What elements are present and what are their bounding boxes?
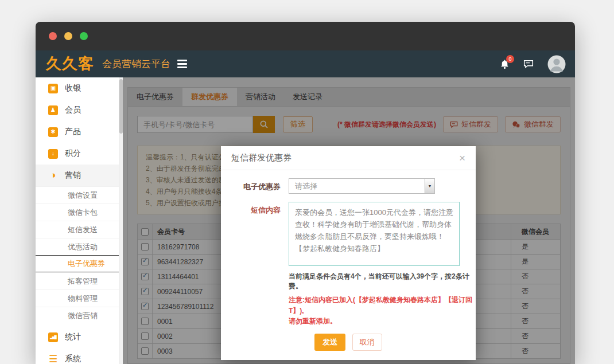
- coupon-select-value: 请选择: [289, 179, 425, 193]
- sidebar-item-label: 营销: [65, 170, 81, 181]
- user-avatar[interactable]: [547, 55, 566, 73]
- sidebar: ▣ 收银 ♟ 会员 ✱ 产品 ↓ 积分 ◑ 营销: [36, 77, 119, 364]
- sidebar-subitem-material-management[interactable]: 物料管理: [36, 289, 119, 307]
- sidebar-item-points[interactable]: ↓ 积分: [36, 143, 119, 165]
- sidebar-item-label: 系统: [65, 354, 81, 364]
- sms-warning-line2: 请勿重新添加。: [289, 316, 476, 327]
- sidebar-item-cashier[interactable]: ▣ 收银: [36, 77, 119, 99]
- sms-content-row: 短信内容 亲爱的会员，送您一张1000元代金券，请您注意查收！科学健身有助于增强…: [221, 202, 476, 266]
- desktop: 久久客 会员营销云平台 0: [0, 0, 614, 364]
- member-icon: ♟: [48, 105, 58, 115]
- menu-toggle-icon[interactable]: [177, 60, 187, 68]
- sms-content-textarea[interactable]: 亲爱的会员，送您一张1000元代金券，请您注意查收！科学健身有助于增强基础代谢，…: [289, 202, 460, 266]
- sidebar-item-system[interactable]: ☰ 系统: [36, 348, 119, 364]
- header-actions: 0: [500, 55, 566, 73]
- window-minimize-button[interactable]: [64, 32, 72, 40]
- modal-header: 短信群发优惠券 ×: [221, 146, 476, 170]
- sms-count-note: 当前满足条件会员有4个，当前还可以输入39个字，按2条计费。: [289, 272, 476, 291]
- subitem-label: 物料管理: [68, 293, 98, 304]
- subitem-label: 微信卡包: [68, 208, 98, 218]
- modal-helper-text: 当前满足条件会员有4个，当前还可以输入39个字，按2条计费。 注意:短信内容已加…: [289, 272, 476, 327]
- modal-title: 短信群发优惠券: [231, 152, 292, 163]
- sidebar-subitem-sms-send[interactable]: 短信发送: [36, 221, 119, 238]
- sms-coupon-modal: 短信群发优惠券 × 电子优惠券 请选择 ▼ 短信内容 亲爱的会员，送您一张100…: [221, 146, 476, 360]
- marketing-submenu: 微信设置 微信卡包 短信发送 优惠活动 电子优惠券 拓客管理 物料管理 微信营销: [36, 186, 119, 324]
- subitem-label: 微信设置: [68, 190, 98, 201]
- subitem-label: 优惠活动: [68, 242, 98, 252]
- notifications-button[interactable]: 0: [500, 59, 510, 69]
- window-zoom-button[interactable]: [80, 32, 88, 40]
- sidebar-item-products[interactable]: ✱ 产品: [36, 121, 119, 143]
- brand-logo[interactable]: 久久客: [46, 56, 94, 72]
- product-icon: ✱: [48, 127, 58, 137]
- window-close-button[interactable]: [49, 32, 57, 40]
- messages-button[interactable]: [523, 60, 534, 69]
- coupon-select[interactable]: 请选择 ▼: [289, 178, 435, 194]
- sidebar-item-label: 收银: [65, 83, 81, 93]
- sms-content-label: 短信内容: [221, 202, 281, 266]
- chat-icon: [523, 60, 534, 69]
- sidebar-item-label: 积分: [65, 148, 81, 159]
- marketing-drop-icon: ◑: [48, 171, 58, 181]
- sidebar-item-statistics[interactable]: ▂▅█ 统计: [36, 326, 119, 348]
- sidebar-subitem-wechat-cardpack[interactable]: 微信卡包: [36, 203, 119, 221]
- coupon-select-label: 电子优惠券: [221, 178, 281, 194]
- sidebar-subitem-wechat-marketing[interactable]: 微信营销: [36, 307, 119, 324]
- app-window: 久久客 会员营销云平台 0: [36, 22, 575, 364]
- notification-badge: 0: [506, 55, 514, 63]
- sidebar-subitem-promo-activity[interactable]: 优惠活动: [36, 238, 119, 255]
- modal-buttons: 发送 取消: [221, 334, 476, 360]
- avatar-icon: [547, 55, 566, 73]
- coupon-select-row: 电子优惠券 请选择 ▼: [221, 178, 476, 194]
- send-button[interactable]: 发送: [314, 334, 345, 351]
- subitem-label: 拓客管理: [68, 276, 98, 287]
- close-icon[interactable]: ×: [459, 152, 465, 163]
- sidebar-item-members[interactable]: ♟ 会员: [36, 99, 119, 121]
- app-header: 久久客 会员营销云平台 0: [36, 50, 575, 77]
- sidebar-item-label: 统计: [65, 332, 81, 342]
- system-list-icon: ☰: [48, 354, 58, 364]
- chevron-down-icon: ▼: [425, 179, 434, 193]
- sidebar-item-marketing[interactable]: ◑ 营销: [36, 165, 119, 186]
- sidebar-subitem-wechat-settings[interactable]: 微信设置: [36, 186, 119, 203]
- sms-warning-line1: 注意:短信内容已加入(【梦起私教健身知春路本店】【退订回T】),: [289, 295, 476, 316]
- stats-chart-icon: ▂▅█: [48, 332, 58, 342]
- subitem-label: 短信发送: [68, 225, 98, 235]
- points-icon: ↓: [48, 149, 58, 159]
- sms-warning: 注意:短信内容已加入(【梦起私教健身知春路本店】【退订回T】), 请勿重新添加。: [289, 295, 476, 327]
- window-titlebar: [36, 22, 575, 50]
- sidebar-scrollbar[interactable]: [119, 77, 123, 364]
- sidebar-subitem-customer-expansion[interactable]: 拓客管理: [36, 272, 119, 289]
- sidebar-item-label: 会员: [65, 105, 81, 115]
- cancel-button[interactable]: 取消: [352, 334, 382, 351]
- sidebar-item-label: 产品: [65, 127, 81, 137]
- subitem-label: 微信营销: [68, 311, 98, 321]
- sidebar-subitem-e-coupon[interactable]: 电子优惠券: [36, 255, 119, 272]
- app-title: 会员营销云平台: [102, 57, 170, 71]
- subitem-label: 电子优惠券: [68, 259, 105, 269]
- cash-register-icon: ▣: [48, 84, 58, 93]
